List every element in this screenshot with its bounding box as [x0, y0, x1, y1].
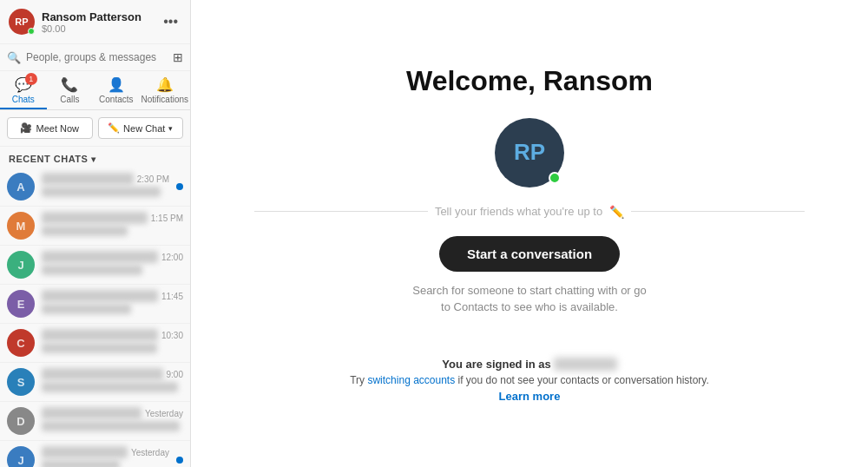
chat-name: Sarah Brown: [42, 368, 163, 380]
chat-preview: message preview text: [42, 421, 180, 431]
tab-contacts-label: Contacts: [99, 95, 133, 104]
signed-in-email: [554, 358, 616, 371]
chat-avatar: S: [7, 368, 35, 396]
more-options-button[interactable]: •••: [160, 12, 181, 31]
list-item[interactable]: C Chris Wilson 10:30 message preview tex…: [0, 324, 190, 363]
tab-notifications[interactable]: 🔔 Notifications: [140, 71, 190, 109]
chat-name: David Miller: [42, 407, 141, 419]
chat-name-row: Alex Johnson 2:30 PM: [42, 173, 169, 185]
signed-in-label: You are signed in as: [350, 358, 709, 371]
notifications-icon: 🔔: [156, 76, 174, 93]
unread-dot: [176, 457, 183, 464]
chat-preview: message preview text: [42, 304, 131, 314]
tab-notifications-label: Notifications: [141, 95, 188, 104]
chat-preview: message preview text: [42, 226, 128, 236]
tab-chats-label: Chats: [12, 95, 35, 104]
chat-list: A Alex Johnson 2:30 PM message preview t…: [0, 168, 190, 467]
chat-name-row: Jennifer Lee Yesterday: [42, 446, 169, 458]
calls-icon: 📞: [61, 76, 78, 93]
chat-name-row: Emily Davis 11:45: [42, 290, 183, 302]
chat-time: 9:00: [167, 370, 183, 379]
chat-time: Yesterday: [145, 409, 183, 418]
chat-avatar: D: [7, 407, 35, 435]
chat-info: Alex Johnson 2:30 PM message preview tex…: [42, 173, 169, 201]
tab-calls-label: Calls: [60, 95, 79, 104]
balance: $0.00: [42, 23, 160, 34]
video-icon: 🎥: [20, 122, 32, 134]
recent-chats-header: RECENT CHATS ▾: [0, 147, 190, 168]
chevron-down-icon: ▾: [91, 155, 96, 164]
search-bar: 🔍 ⊞: [0, 44, 190, 71]
chat-name-row: David Miller Yesterday: [42, 407, 183, 419]
status-left-divider: [254, 211, 428, 212]
chat-name-row: Maria Garcia 1:15 PM: [42, 212, 183, 224]
edit-icon: ✏️: [108, 122, 120, 134]
switch-accounts-link[interactable]: switching accounts: [367, 374, 455, 386]
list-item[interactable]: D David Miller Yesterday message preview…: [0, 402, 190, 441]
chat-time: 10:30: [161, 331, 183, 340]
chat-info: James Smith 12:00 message preview text: [42, 251, 183, 279]
chat-time: 12:00: [161, 253, 183, 262]
search-icon: 🔍: [7, 51, 21, 64]
chat-name: James Smith: [42, 251, 158, 263]
chats-badge: 1: [25, 73, 37, 85]
unread-dot: [176, 183, 183, 190]
chat-name: Emily Davis: [42, 290, 158, 302]
chat-avatar: J: [7, 446, 35, 467]
chat-name: Chris Wilson: [42, 329, 158, 341]
chevron-down-icon: ▾: [168, 124, 173, 133]
chat-time: 11:45: [161, 292, 183, 301]
status-placeholder-text: Tell your friends what you're up to: [435, 205, 602, 218]
chat-name-row: Chris Wilson 10:30: [42, 329, 183, 341]
list-item[interactable]: M Maria Garcia 1:15 PM message preview t…: [0, 207, 190, 246]
chat-time: 1:15 PM: [151, 214, 183, 223]
welcome-title: Welcome, Ransom: [406, 65, 653, 97]
nav-tabs: 💬 1 Chats 📞 Calls 👤 Contacts 🔔 Notificat…: [0, 71, 190, 110]
avatar[interactable]: RP: [9, 9, 35, 35]
chat-avatar: C: [7, 329, 35, 357]
list-item[interactable]: S Sarah Brown 9:00 message preview text: [0, 363, 190, 402]
chat-name-row: Sarah Brown 9:00: [42, 368, 183, 380]
chat-preview: message preview text: [42, 187, 161, 197]
chat-info: Emily Davis 11:45 message preview text: [42, 290, 183, 318]
chat-info: Chris Wilson 10:30 message preview text: [42, 329, 183, 357]
list-item[interactable]: J James Smith 12:00 message preview text: [0, 246, 190, 285]
chat-preview: message preview text: [42, 343, 157, 353]
chat-preview: message preview text: [42, 382, 178, 392]
chat-preview: message preview text: [42, 265, 142, 275]
chat-name-row: James Smith 12:00: [42, 251, 183, 263]
chat-avatar: M: [7, 212, 35, 240]
meet-now-button[interactable]: 🎥 Meet Now: [7, 117, 93, 139]
chat-info: Maria Garcia 1:15 PM message preview tex…: [42, 212, 183, 240]
tab-chats[interactable]: 💬 1 Chats: [0, 71, 47, 109]
chat-name: Maria Garcia: [42, 212, 148, 224]
chat-info: Sarah Brown 9:00 message preview text: [42, 368, 183, 396]
list-item[interactable]: J Jennifer Lee Yesterday message preview…: [0, 441, 190, 467]
sidebar-header: RP Ransom Patterson $0.00 •••: [0, 0, 190, 44]
chat-info: Jennifer Lee Yesterday message preview t…: [42, 446, 169, 467]
status-right-divider: [631, 211, 805, 212]
chat-info: David Miller Yesterday message preview t…: [42, 407, 183, 435]
chat-time: Yesterday: [131, 448, 169, 457]
action-buttons: 🎥 Meet Now ✏️ New Chat ▾: [0, 110, 190, 147]
username: Ransom Patterson: [42, 10, 160, 23]
new-chat-button[interactable]: ✏️ New Chat ▾: [98, 117, 184, 139]
chat-name: Alex Johnson: [42, 173, 134, 185]
tab-calls[interactable]: 📞 Calls: [47, 71, 94, 109]
list-item[interactable]: E Emily Davis 11:45 message preview text: [0, 285, 190, 324]
list-item[interactable]: A Alex Johnson 2:30 PM message preview t…: [0, 168, 190, 207]
search-input[interactable]: [26, 51, 168, 63]
tab-contacts[interactable]: 👤 Contacts: [93, 71, 140, 109]
chat-avatar: E: [7, 290, 35, 318]
chat-avatar: J: [7, 251, 35, 279]
grid-icon[interactable]: ⊞: [173, 50, 183, 64]
main-avatar[interactable]: RP: [495, 118, 564, 187]
online-status-dot: [28, 28, 35, 35]
main-avatar-initials: RP: [514, 139, 545, 166]
learn-more-link[interactable]: Learn more: [350, 390, 709, 403]
start-conversation-button[interactable]: Start a conversation: [439, 236, 620, 272]
contacts-icon: 👤: [108, 76, 125, 93]
status-edit-icon[interactable]: ✏️: [609, 205, 624, 219]
main-avatar-online-dot: [549, 172, 561, 184]
main-content: Welcome, Ransom RP Tell your friends wha…: [191, 0, 868, 467]
